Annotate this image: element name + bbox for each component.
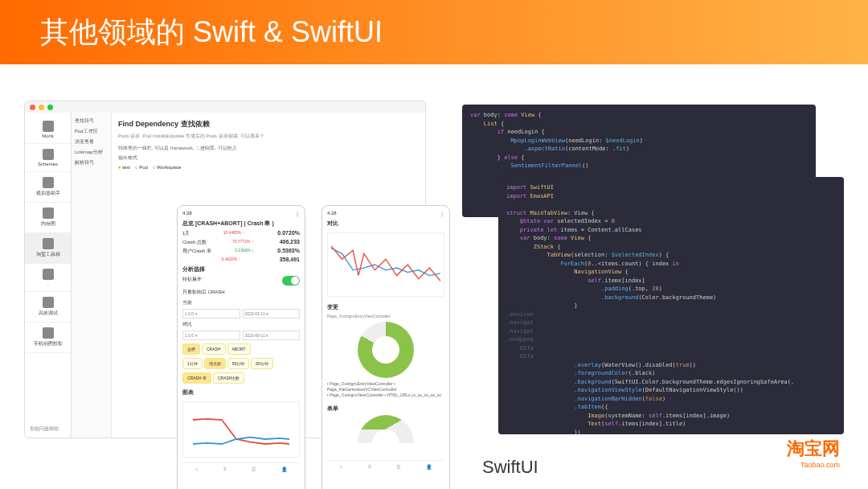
donut-chart <box>358 322 414 378</box>
phone-mockup-2: 4:28⋮ 对比 变更 Page_OutingzuEntryViewContro… <box>321 205 450 489</box>
sidebar-item[interactable]: 手机动图投影 <box>25 323 71 353</box>
app-sidebar: Mock Schemes 模拟器助手 内存图 淘宝工具箱 .. 高效调试 手机动… <box>25 113 72 438</box>
doc-subtitle: Pods 目录, Pod Install&Update 生成后的 Pods 目录… <box>118 133 419 140</box>
filter-button[interactable]: ABORT <box>227 343 251 355</box>
card-title: 总览 [CRASH+ABORT] ( Crash 率 ) <box>182 220 300 228</box>
slide-content: Mock Schemes 模拟器助手 内存图 淘宝工具箱 .. 高效调试 手机动… <box>0 64 868 489</box>
radio-group: text Pod Workspace <box>118 165 419 170</box>
select-box[interactable]: 1.0.0 ▾ <box>182 331 240 340</box>
schemes-icon <box>43 149 54 160</box>
submenu-item[interactable]: 演变查看 <box>75 137 108 147</box>
submenu: 查找符号 Pod工作区 演变查看 Linkmap分析 解析符号 <box>72 113 112 438</box>
submenu-item[interactable]: Linkmap分析 <box>75 147 108 158</box>
radio-option[interactable]: Pod <box>135 165 148 170</box>
minimize-icon[interactable] <box>39 105 44 110</box>
tab-bar: ⌂≡☰👤 <box>327 460 444 470</box>
line-chart <box>182 401 300 458</box>
stat-row: 用户Crash 率0.2366% ↓0.5363% <box>182 248 300 255</box>
tab-icon[interactable]: 👤 <box>281 466 287 472</box>
filter-button[interactable]: 总榜 <box>182 343 200 355</box>
sidebar-item[interactable]: .. <box>25 264 71 292</box>
mock-icon <box>43 121 54 132</box>
select-box[interactable]: 1.0.0 ▾ <box>182 309 240 318</box>
tab-bar: ⌂≡☰👤 <box>182 462 300 472</box>
status-bar: 4:28⋮ <box>182 211 300 216</box>
filter-button[interactable]: 60分钟 <box>251 358 273 369</box>
toggle-switch[interactable] <box>282 276 300 286</box>
filter-button[interactable]: 埋点秒 <box>204 358 226 369</box>
doc-line: 特殊查的一级栏, 可以是 framework, 二进制库, 可以给入 <box>118 145 419 152</box>
stats-list: 1天10.4485% ↑0.0720% Crash·总数70.7772% ↑40… <box>182 230 300 262</box>
slide-title: 其他领域的 Swift & SwiftUI <box>40 13 383 52</box>
stat-row: Crash·总数70.7772% ↑406,233 <box>182 239 300 246</box>
slide-header: 其他领域的 Swift & SwiftUI <box>0 0 868 64</box>
radio-option[interactable]: text <box>118 165 130 170</box>
tab-icon[interactable]: ☰ <box>252 466 256 472</box>
memory-icon <box>43 208 54 219</box>
filter-button[interactable]: CRASH次数 <box>213 372 245 384</box>
sidebar-item[interactable]: 模拟器助手 <box>25 172 71 203</box>
filter-button[interactable]: CRASH <box>202 343 226 355</box>
tab-icon[interactable]: ≡ <box>223 466 227 472</box>
debug-icon <box>43 297 54 308</box>
sidebar-item[interactable]: 内存图 <box>25 203 71 233</box>
sidebar-item[interactable]: Mock <box>25 116 71 144</box>
tab-icon[interactable]: 👤 <box>426 464 432 470</box>
brand-en: Taobao.com <box>787 461 840 469</box>
sidebar-item[interactable]: 高效调试 <box>25 292 71 323</box>
filter-button[interactable]: 1分钟 <box>182 358 203 369</box>
code-editor-2: import SwiftUI import EmasAPI struct Mai… <box>498 177 844 434</box>
caption: SwiftUI <box>482 457 538 478</box>
doc-title: Find Dependency 查找依赖 <box>118 119 419 129</box>
toggle-row: 特征展开 <box>182 276 300 286</box>
submenu-item[interactable]: 解析符号 <box>75 158 108 168</box>
doc-label: 输出格式 <box>118 154 419 162</box>
zoom-icon[interactable] <box>47 105 53 110</box>
chart-title: 表单 <box>327 405 444 413</box>
chart-title: 图表 <box>182 388 300 397</box>
arc-chart <box>327 415 444 455</box>
submenu-item[interactable]: Pod工作区 <box>75 126 108 137</box>
stat-row: 6.4625% ↑358,491 <box>182 257 300 262</box>
select-box[interactable]: 2023-03-11 ▾ <box>243 309 301 318</box>
stat-row: 1天10.4485% ↑0.0720% <box>182 230 300 237</box>
section-title: 分析选择 <box>182 265 300 273</box>
tab-icon[interactable]: ≡ <box>368 464 371 470</box>
brand-cn: 淘宝网 <box>787 437 840 461</box>
button-group: CRASH 率 CRASH次数 <box>182 372 300 384</box>
label: 对比 <box>182 321 300 328</box>
wifi-icon: ⋮ <box>295 211 300 216</box>
tab-icon[interactable]: ☰ <box>396 464 400 470</box>
filter-button[interactable]: CRASH 率 <box>182 372 211 384</box>
brand-logo: 淘宝网 Taobao.com <box>787 437 840 469</box>
close-icon[interactable] <box>30 105 35 110</box>
blur-icon <box>43 269 54 280</box>
label: 当前 <box>182 299 300 306</box>
submenu-item[interactable]: 查找符号 <box>75 116 108 126</box>
mirror-icon <box>43 327 54 339</box>
sidebar-item[interactable]: Schemes <box>25 144 71 172</box>
tab-icon[interactable]: ⌂ <box>340 464 343 470</box>
sidebar-item[interactable]: 淘宝工具箱 <box>25 233 71 264</box>
simulator-icon <box>43 177 54 188</box>
button-group: 总榜 CRASH ABORT <box>182 343 300 355</box>
tab-icon[interactable]: ⌂ <box>195 466 199 472</box>
chart-title: 变更 <box>327 303 444 311</box>
wifi-icon: ⋮ <box>440 211 444 216</box>
scatter-chart <box>327 232 444 297</box>
select-box[interactable]: 2023-09-11 ▾ <box>243 331 301 340</box>
phone-mockup-1: 4:28⋮ 总览 [CRASH+ABORT] ( Crash 率 ) 1天10.… <box>177 205 305 489</box>
chart-title: 对比 <box>327 220 444 228</box>
legend-list: ▪ Page_OutingzuEntryViewController ▪ Pag… <box>327 381 444 398</box>
sidebar-footer[interactable]: 智能问题帮助 <box>25 421 71 438</box>
toolbox-icon <box>43 238 54 249</box>
window-titlebar <box>25 101 425 113</box>
section-title: 只看影响后 CRASH <box>182 289 300 296</box>
status-bar: 4:28⋮ <box>327 211 444 216</box>
filter-button[interactable]: 50分钟 <box>227 358 250 369</box>
chart-subtitle: Page_OutingzuEntryViewController <box>327 314 444 318</box>
button-group: 1分钟 埋点秒 50分钟 60分钟 <box>182 358 300 369</box>
radio-option[interactable]: Workspace <box>153 165 181 170</box>
